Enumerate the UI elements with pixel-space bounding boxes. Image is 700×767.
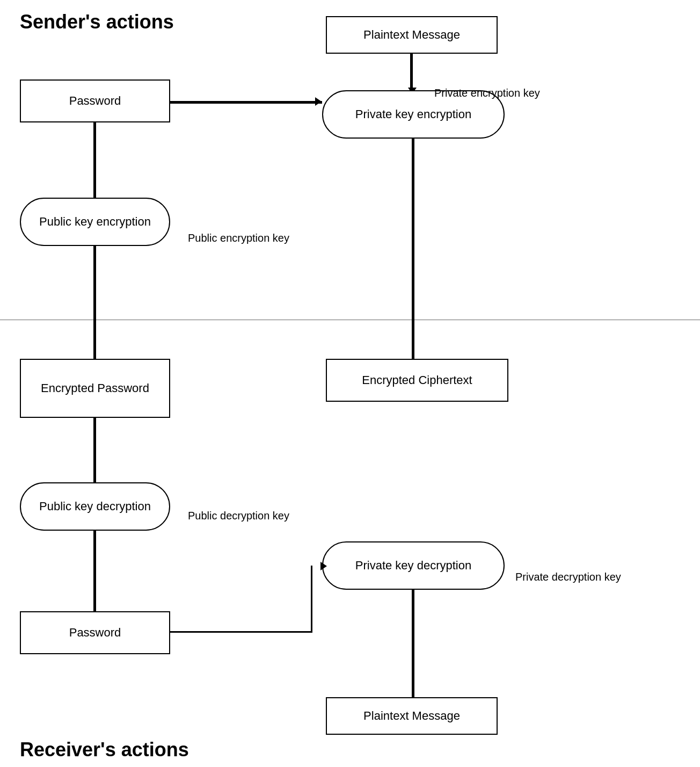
senders-actions-label: Sender's actions [20, 11, 174, 33]
vline-pke-down [412, 139, 414, 359]
vline-ep-to-pkd [93, 418, 96, 482]
arrow-right-to-pke [315, 97, 322, 106]
arrow-right-to-pkdec [320, 562, 327, 570]
plaintext-message-bottom-box: Plaintext Message [326, 697, 498, 735]
arrow-vline-plaintext-to-pke [410, 54, 413, 90]
public-key-decryption-box: Public key decryption [20, 482, 170, 531]
password-top-box: Password [20, 79, 170, 122]
private-encryption-key-label: Private encryption key [424, 64, 642, 121]
encrypted-ciphertext-box: Encrypted Ciphertext [326, 359, 508, 402]
hline-l-bottom [170, 631, 312, 633]
plaintext-message-top-box: Plaintext Message [326, 16, 498, 54]
vline-pkdec-to-pm [412, 590, 414, 697]
section-divider [0, 320, 700, 320]
vline-l-connector [311, 566, 312, 633]
private-key-decryption-box: Private key decryption [322, 541, 505, 590]
public-decryption-key-label: Public decryption key [183, 489, 344, 542]
vline-password-down [93, 122, 96, 198]
diagram-container: Sender's actions Receiver's actions Plai… [0, 0, 700, 767]
public-key-encryption-box: Public key encryption [20, 198, 170, 246]
public-encryption-key-label: Public encryption key [183, 209, 344, 266]
vline-pkd-to-password [93, 531, 96, 611]
hline-password-to-pke [170, 101, 322, 104]
receivers-actions-label: Receiver's actions [20, 739, 189, 761]
password-bottom-box: Password [20, 611, 170, 654]
private-decryption-key-label: Private decryption key [510, 548, 692, 606]
vline-pke-to-ep [93, 246, 96, 359]
encrypted-password-box: Encrypted Password [20, 359, 170, 418]
